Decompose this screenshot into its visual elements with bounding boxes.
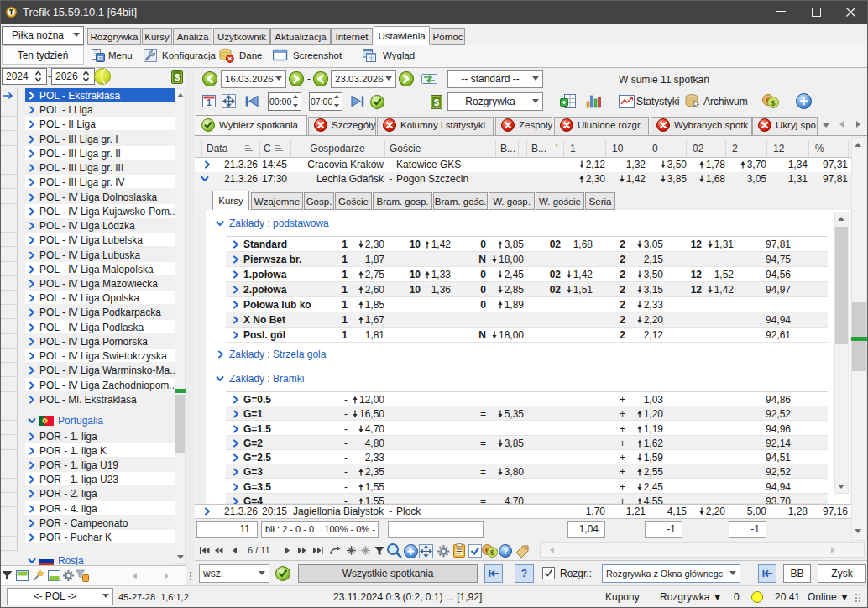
svg-text:$: $ [490, 548, 494, 557]
svg-text:1: 1 [207, 98, 212, 107]
svg-text:$: $ [771, 99, 775, 107]
svg-text:$: $ [175, 72, 180, 82]
svg-text:$: $ [434, 97, 439, 107]
svg-text:?: ? [503, 546, 509, 556]
